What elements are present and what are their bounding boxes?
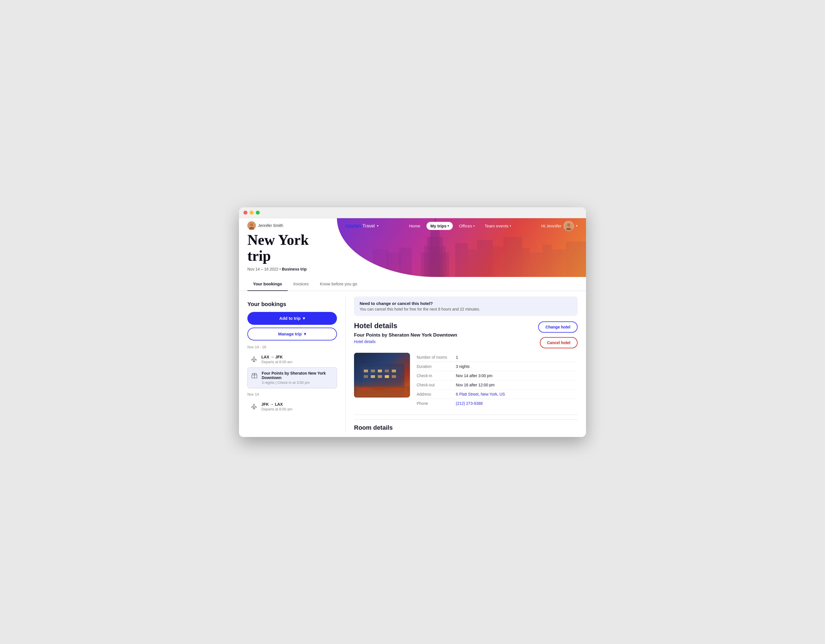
user-dropdown-chevron[interactable]: ▾ [576, 224, 578, 228]
svg-rect-7 [421, 252, 449, 277]
offices-chevron: ▾ [473, 224, 474, 227]
svg-rect-16 [542, 244, 552, 277]
svg-rect-10 [468, 249, 477, 277]
logo-area: navan Travel ▾ [345, 223, 379, 229]
alert-title: Need to change or cancel this hotel? [360, 301, 572, 306]
close-button[interactable] [244, 211, 247, 215]
manage-trip-button[interactable]: Manage trip ▾ [247, 327, 337, 340]
nav-link-team-events[interactable]: Team events ▾ [481, 222, 515, 230]
hotel-route: Four Points by Sheraton New York Downtow… [262, 371, 334, 380]
date-label-1: Nov 14 - 16 [247, 345, 337, 349]
svg-rect-30 [364, 369, 368, 372]
flight-1-details: LAX → JFK Departs at 8:00 am [261, 355, 334, 364]
address-label: Address [417, 392, 456, 397]
svg-rect-20 [387, 252, 401, 277]
user-greeting: Hi Jennifer [541, 224, 561, 228]
info-row-rooms: Number of rooms 1 [417, 353, 578, 362]
hero-section: Jennifer Smith New York trip Nov 14 – 16… [239, 218, 586, 277]
svg-point-1 [250, 223, 253, 226]
page-wrapper: Jennifer Smith New York trip Nov 14 – 16… [239, 218, 586, 437]
svg-rect-15 [530, 252, 542, 277]
hotel-content: Number of rooms 1 Duration 3 nights Chec… [354, 353, 578, 408]
nav-user-avatar[interactable] [564, 221, 574, 231]
duration-value: 3 nights [456, 364, 470, 369]
flight-2-sub: Departs at 8:00 am [261, 407, 334, 411]
svg-rect-13 [504, 237, 522, 277]
room-details-section: Room details [354, 415, 578, 431]
browser-chrome [239, 207, 586, 218]
svg-rect-36 [371, 375, 375, 378]
team-events-chevron: ▾ [510, 224, 511, 227]
hotel-image [354, 353, 410, 397]
tab-your-bookings[interactable]: Your bookings [247, 277, 288, 291]
hotel-details-link[interactable]: Hotel details [354, 339, 375, 344]
nav-user-area: Hi Jennifer ▾ [541, 221, 578, 231]
booking-item-flight-2[interactable]: JFK → LAX Departs at 8:00 am [247, 398, 337, 415]
booking-item-hotel[interactable]: Four Points by Sheraton New York Downtow… [247, 367, 337, 388]
my-trips-chevron: ▾ [448, 224, 449, 227]
tab-know-before-you-go[interactable]: Know before you go [314, 277, 363, 291]
svg-rect-17 [552, 249, 566, 277]
add-trip-chevron: ▾ [303, 316, 305, 321]
checkout-label: Check-out [417, 383, 456, 387]
svg-rect-38 [385, 375, 389, 378]
logo-n-letter: n [345, 223, 349, 229]
change-hotel-button[interactable]: Change hotel [538, 321, 578, 333]
phone-label: Phone [417, 401, 456, 406]
add-to-trip-button[interactable]: Add to trip ▾ [247, 312, 337, 325]
flight-2-route: JFK → LAX [261, 402, 334, 406]
left-sidebar: Your bookings Add to trip ▾ Manage trip … [239, 291, 345, 437]
cancel-hotel-button[interactable]: Cancel hotel [540, 337, 578, 348]
svg-rect-12 [493, 246, 504, 277]
rooms-value: 1 [456, 355, 458, 360]
navbar: navan Travel ▾ Home My trips ▾ Offices [337, 218, 586, 234]
nav-link-home[interactable]: Home [405, 222, 424, 230]
trip-type: Business trip [282, 267, 307, 271]
maximize-button[interactable] [256, 211, 260, 215]
duration-label: Duration [417, 364, 456, 369]
bookings-section: Your bookings Add to trip ▾ Manage trip … [247, 297, 337, 419]
flight-1-route: LAX → JFK [261, 355, 334, 359]
minimize-button[interactable] [250, 211, 253, 215]
hotel-info-table: Number of rooms 1 Duration 3 nights Chec… [417, 353, 578, 408]
logo-travel: Travel [362, 224, 375, 229]
info-row-address: Address 6 Platt Street, New York, US [417, 390, 578, 399]
hotel-image-inner [354, 353, 410, 397]
trip-meta: Nov 14 – 16 2022 • Business trip [247, 267, 329, 271]
svg-rect-35 [364, 375, 368, 378]
hotel-details-section: Hotel details Four Points by Sheraton Ne… [354, 321, 578, 431]
hotel-details: Four Points by Sheraton New York Downtow… [262, 371, 334, 385]
svg-rect-11 [477, 240, 493, 277]
info-row-phone: Phone (212) 273-9388 [417, 399, 578, 408]
phone-value[interactable]: (212) 273-9388 [456, 401, 483, 406]
svg-rect-31 [371, 369, 375, 372]
svg-rect-37 [378, 375, 382, 378]
manage-trip-chevron: ▾ [304, 332, 306, 337]
date-label-2: Nov 14 [247, 392, 337, 397]
trip-dates: Nov 14 – 16 2022 [247, 267, 278, 271]
tab-invoices[interactable]: Invoices [288, 277, 314, 291]
alert-body: You can cancel this hotel for free for t… [360, 307, 572, 311]
trip-title: New York trip [247, 232, 329, 264]
tabs-bar: Your bookings Invoices Know before you g… [239, 277, 586, 291]
svg-rect-19 [399, 247, 412, 277]
nav-link-my-trips[interactable]: My trips ▾ [426, 222, 453, 230]
logo-navan: navan [345, 223, 361, 229]
trip-user-name: Jennifer Smith [258, 223, 283, 228]
checkout-value: Nov 16 after 12:00 pm [456, 383, 495, 387]
hotel-action-buttons: Change hotel Cancel hotel [538, 321, 578, 348]
address-value[interactable]: 6 Platt Street, New York, US [456, 392, 505, 397]
svg-rect-32 [378, 369, 382, 372]
hero-visual: navan Travel ▾ Home My trips ▾ Offices [337, 218, 586, 277]
hotel-info-left: Hotel details Four Points by Sheraton Ne… [354, 321, 457, 344]
nav-links: Home My trips ▾ Offices ▾ Team events ▾ [405, 222, 515, 230]
info-row-checkin: Check-in Nov 14 after 3:00 pm [417, 371, 578, 380]
hotel-sub: 3 nights | Check in at 3:00 pm [262, 380, 334, 385]
logo-dropdown-icon[interactable]: ▾ [377, 224, 379, 228]
nav-link-offices[interactable]: Offices ▾ [455, 222, 478, 230]
flight-icon-1 [250, 355, 258, 363]
trip-user-row: Jennifer Smith [247, 221, 329, 230]
right-panel: Need to change or cancel this hotel? You… [346, 291, 586, 437]
svg-rect-21 [373, 249, 388, 277]
booking-item-flight-1[interactable]: LAX → JFK Departs at 8:00 am [247, 351, 337, 367]
